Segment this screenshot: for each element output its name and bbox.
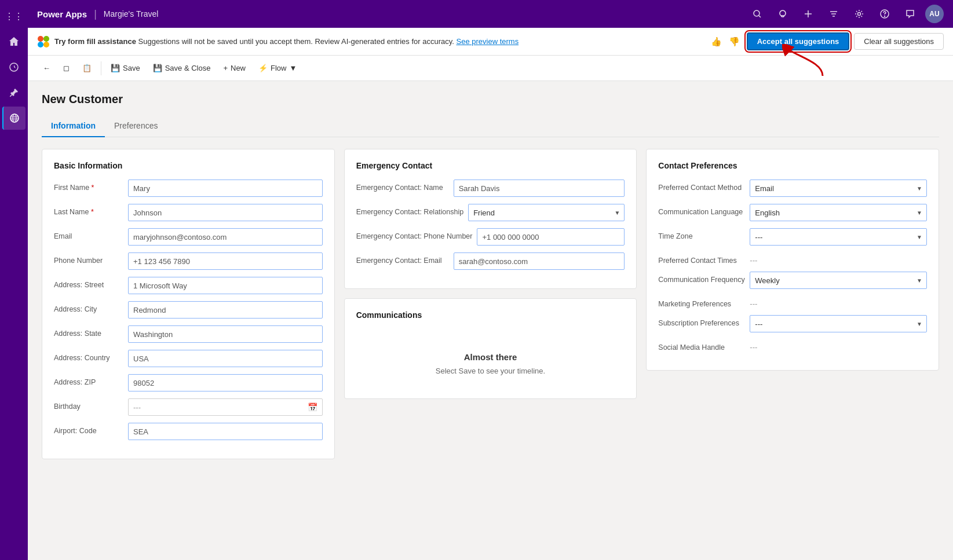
contact-preferences-section: Contact Preferences Preferred Contact Me… xyxy=(646,149,939,371)
field-row-ec-phone: Emergency Contact: Phone Number xyxy=(356,228,625,246)
ec-name-label: Emergency Contact: Name xyxy=(356,180,449,192)
thumbs-down-button[interactable]: 👎 xyxy=(726,34,742,49)
save-button[interactable]: 💾 Save xyxy=(105,60,146,76)
communications-section: Communications Almost there Select Save … xyxy=(344,298,637,399)
social-media-label: Social Media Handle xyxy=(658,339,745,352)
svg-point-8 xyxy=(43,36,49,42)
thumbs-up-button[interactable]: 👍 xyxy=(709,34,724,49)
contact-method-select[interactable]: Email Phone Mail Text xyxy=(750,180,927,197)
almost-there-title: Almost there xyxy=(368,352,614,362)
city-input[interactable] xyxy=(128,301,323,319)
contact-method-label: Preferred Contact Method xyxy=(658,180,745,192)
preview-terms-link[interactable]: See preview terms xyxy=(456,37,519,46)
field-row-state: Address: State xyxy=(54,325,323,343)
field-row-timezone: Time Zone --- ▼ xyxy=(658,228,927,246)
street-input[interactable] xyxy=(128,277,323,294)
field-row-birthday: Birthday --- 📅 xyxy=(54,398,323,416)
field-row-language: Communication Language English Spanish F… xyxy=(658,204,927,221)
lightbulb-icon[interactable] xyxy=(772,3,793,24)
ec-email-label: Emergency Contact: Email xyxy=(356,252,449,265)
tabs: Information Preferences xyxy=(42,115,939,137)
email-label: Email xyxy=(54,228,123,240)
frequency-select[interactable]: Weekly Daily Monthly Never xyxy=(750,272,927,289)
field-row-subscription: Subscription Preferences --- ▼ xyxy=(658,315,927,332)
street-label: Address: Street xyxy=(54,277,123,289)
almost-there-subtitle: Select Save to see your timeline. xyxy=(368,367,614,375)
tab-preferences[interactable]: Preferences xyxy=(105,115,167,137)
flow-icon: ⚡ xyxy=(258,64,268,72)
tab-information[interactable]: Information xyxy=(42,115,105,137)
field-row-frequency: Communication Frequency Weekly Daily Mon… xyxy=(658,272,927,289)
contact-times-label: Preferred Contact Times xyxy=(658,252,745,265)
city-label: Address: City xyxy=(54,301,123,313)
flow-button[interactable]: ⚡ Flow ▼ xyxy=(253,60,302,76)
ec-relationship-select[interactable]: Friend Family Colleague Other xyxy=(468,204,625,221)
country-input[interactable] xyxy=(128,350,323,367)
language-select[interactable]: English Spanish French German xyxy=(750,204,927,221)
back-button[interactable]: ← xyxy=(37,60,56,76)
chat-icon[interactable] xyxy=(900,3,921,24)
paste-button[interactable]: 📋 xyxy=(76,60,97,76)
sidebar-icon-globe[interactable] xyxy=(2,107,25,130)
communications-title: Communications xyxy=(356,310,625,320)
app-name: Margie's Travel xyxy=(104,9,158,19)
clear-all-button[interactable]: Clear all suggestions xyxy=(854,33,944,50)
ec-relationship-label: Emergency Contact: Relationship xyxy=(356,204,464,216)
toolbar: ← ◻ 📋 💾 Save 💾 Save & Close + New ⚡ Flow… xyxy=(28,56,953,81)
birthday-placeholder: --- xyxy=(133,403,141,412)
zip-label: Address: ZIP xyxy=(54,374,123,386)
form-grid: Basic Information First Name Last Name E… xyxy=(42,149,939,459)
paste-icon: 📋 xyxy=(82,64,92,72)
ai-banner: Try form fill assistance Suggestions wil… xyxy=(28,28,953,56)
sidebar-icon-home[interactable] xyxy=(2,30,25,53)
ec-phone-input[interactable] xyxy=(477,228,625,246)
field-row-airport: Airport: Code xyxy=(54,423,323,440)
field-row-country: Address: Country xyxy=(54,350,323,367)
content-area: New Customer Information Preferences Bas… xyxy=(28,81,953,560)
help-icon[interactable] xyxy=(874,3,895,24)
restore-button[interactable]: ◻ xyxy=(57,60,75,76)
ai-banner-description: Try form fill assistance Suggestions wil… xyxy=(54,37,699,46)
ai-banner-actions: 👍 👎 xyxy=(709,34,742,49)
restore-icon: ◻ xyxy=(63,64,70,72)
field-row-zip: Address: ZIP xyxy=(54,374,323,391)
first-name-input[interactable] xyxy=(128,180,323,197)
field-row-social-media: Social Media Handle --- xyxy=(658,339,927,352)
last-name-input[interactable] xyxy=(128,204,323,221)
save-close-button[interactable]: 💾 Save & Close xyxy=(147,60,217,76)
email-input[interactable] xyxy=(128,228,323,246)
frequency-label: Communication Frequency xyxy=(658,272,745,284)
state-input[interactable] xyxy=(128,325,323,343)
filter-icon[interactable] xyxy=(823,3,844,24)
contact-preferences-title: Contact Preferences xyxy=(658,161,927,170)
nav-divider: | xyxy=(94,8,97,20)
ec-email-input[interactable] xyxy=(454,252,625,270)
plus-icon[interactable] xyxy=(798,3,819,24)
svg-point-7 xyxy=(38,36,43,42)
search-icon[interactable] xyxy=(747,3,768,24)
accept-all-button[interactable]: Accept all suggestions xyxy=(747,32,850,50)
airport-input[interactable] xyxy=(128,423,323,440)
timezone-select[interactable]: --- xyxy=(750,228,927,246)
subscription-select[interactable]: --- xyxy=(750,315,927,332)
emergency-contact-title: Emergency Contact xyxy=(356,161,625,170)
zip-input[interactable] xyxy=(128,374,323,391)
contact-times-value: --- xyxy=(750,252,757,265)
field-row-email: Email xyxy=(54,228,323,246)
calendar-icon[interactable]: 📅 xyxy=(308,402,317,412)
field-row-first-name: First Name xyxy=(54,180,323,197)
ec-name-input[interactable] xyxy=(454,180,625,197)
sidebar-icon-apps[interactable]: ⋮⋮ xyxy=(2,5,25,28)
user-avatar[interactable]: AU xyxy=(925,5,944,23)
field-row-last-name: Last Name xyxy=(54,204,323,221)
sidebar-icon-pin[interactable] xyxy=(2,81,25,104)
new-button[interactable]: + New xyxy=(217,60,251,76)
ec-phone-label: Emergency Contact: Phone Number xyxy=(356,228,473,240)
timezone-label: Time Zone xyxy=(658,228,745,240)
svg-point-4 xyxy=(858,13,861,16)
marketing-value: --- xyxy=(750,296,757,308)
settings-icon[interactable] xyxy=(849,3,870,24)
phone-input[interactable] xyxy=(128,252,323,270)
sidebar-icon-recent[interactable] xyxy=(2,56,25,79)
field-row-contact-method: Preferred Contact Method Email Phone Mai… xyxy=(658,180,927,197)
